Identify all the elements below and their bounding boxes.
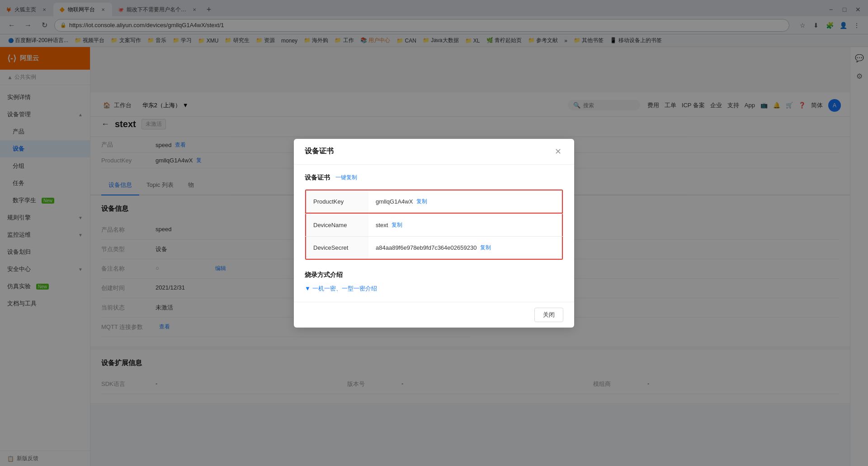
burn-link[interactable]: ▼ 一机一密、一型一密介绍 [305, 285, 563, 293]
cert-section-title: 设备证书 一键复制 [305, 174, 563, 182]
cert-section-label: 设备证书 [305, 174, 330, 182]
modal-close-button[interactable]: ✕ [552, 146, 563, 157]
close-button[interactable]: 关闭 [534, 308, 563, 322]
cert-productkey-label: ProductKey [305, 190, 368, 214]
cert-devicename-value: stext 复制 [368, 214, 563, 236]
cert-devicename-label: DeviceName [305, 214, 368, 236]
modal-footer: 关闭 [294, 302, 574, 328]
copy-all-link[interactable]: 一键复制 [335, 174, 357, 181]
cert-productkey-value: gmllqG1A4wX 复制 [368, 190, 563, 214]
cert-row-devicename: DeviceName stext 复制 [305, 214, 563, 237]
device-cert-modal: 设备证书 ✕ 设备证书 一键复制 ProductKey gmllqG1A4wX … [294, 139, 574, 328]
productkey-field-value: gmllqG1A4wX [376, 198, 413, 205]
cert-devicesecret-value: a84aa89f6e978eb9fd7c364e02659230 复制 [368, 237, 563, 260]
burn-section: 烧录方式介绍 ▼ 一机一密、一型一密介绍 [305, 271, 563, 293]
devicesecret-copy-button[interactable]: 复制 [480, 244, 491, 252]
productkey-field-label: ProductKey [313, 198, 344, 205]
cert-row-productkey: ProductKey gmllqG1A4wX 复制 [305, 190, 563, 214]
devicesecret-field-label: DeviceSecret [313, 244, 348, 251]
cert-devicesecret-label: DeviceSecret [305, 237, 368, 260]
modal-body: 设备证书 一键复制 ProductKey gmllqG1A4wX 复制 [294, 165, 574, 302]
devicename-field-label: DeviceName [313, 222, 347, 228]
devicename-field-value: stext [376, 222, 388, 228]
modal-header: 设备证书 ✕ [294, 139, 574, 165]
burn-link-label: 一机一密、一型一密介绍 [312, 285, 377, 293]
cert-table: ProductKey gmllqG1A4wX 复制 DeviceName ste… [305, 189, 563, 260]
devicesecret-field-value: a84aa89f6e978eb9fd7c364e02659230 [376, 244, 476, 251]
modal-title: 设备证书 [305, 147, 334, 156]
burn-title: 烧录方式介绍 [305, 271, 563, 279]
chevron-down-burn-icon: ▼ [305, 285, 311, 292]
productkey-copy-button[interactable]: 复制 [416, 198, 427, 205]
cert-row-devicesecret: DeviceSecret a84aa89f6e978eb9fd7c364e026… [305, 237, 563, 260]
devicename-copy-button[interactable]: 复制 [392, 221, 402, 229]
modal-overlay[interactable]: 设备证书 ✕ 设备证书 一键复制 ProductKey gmllqG1A4wX … [0, 0, 868, 466]
